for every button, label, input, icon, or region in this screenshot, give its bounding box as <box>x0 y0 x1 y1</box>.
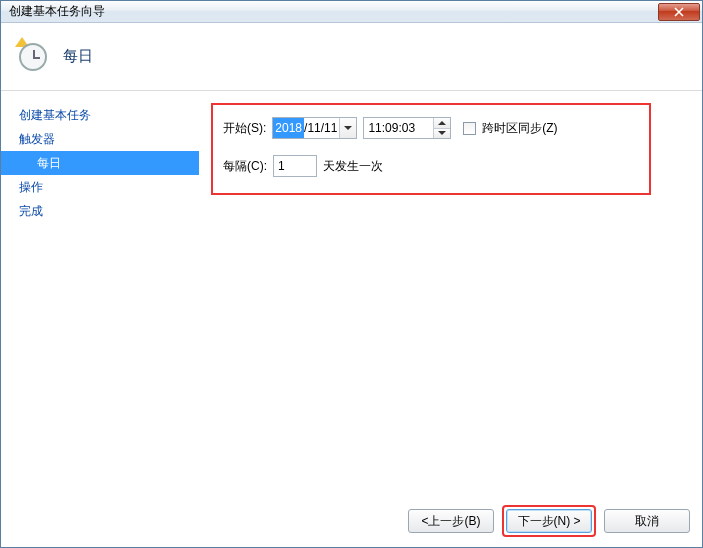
sidebar-item-daily[interactable]: 每日 <box>1 151 199 175</box>
next-button[interactable]: 下一步(N) > <box>506 509 592 533</box>
window-title: 创建基本任务向导 <box>9 3 656 20</box>
close-icon <box>674 7 684 17</box>
cancel-button[interactable]: 取消 <box>604 509 690 533</box>
date-year-selected: 2018 <box>273 118 304 138</box>
close-button[interactable] <box>658 3 700 21</box>
wizard-header: 每日 <box>1 23 702 91</box>
start-date-picker[interactable]: 2018/11/11 <box>272 117 357 139</box>
wizard-content: 开始(S): 2018/11/11 11:09:03 <box>199 91 702 503</box>
date-dropdown-button[interactable] <box>339 118 356 138</box>
start-row: 开始(S): 2018/11/11 11:09:03 <box>223 115 633 141</box>
time-spin-down[interactable] <box>434 128 450 139</box>
start-time-spinner[interactable]: 11:09:03 <box>363 117 451 139</box>
sidebar-item-finish[interactable]: 完成 <box>1 199 199 223</box>
start-label: 开始(S): <box>223 120 266 137</box>
recur-label: 每隔(C): <box>223 158 267 175</box>
time-value: 11:09:03 <box>364 118 433 138</box>
highlight-region: 开始(S): 2018/11/11 11:09:03 <box>211 103 651 195</box>
back-button[interactable]: <上一步(B) <box>408 509 494 533</box>
wizard-window: 创建基本任务向导 每日 创建基本任务 触发器 每日 操作 完成 开始(S): 2… <box>0 0 703 548</box>
sync-timezone-label: 跨时区同步(Z) <box>482 120 557 137</box>
chevron-down-icon <box>438 131 446 135</box>
recur-days-input[interactable]: 1 <box>273 155 317 177</box>
time-spin-up[interactable] <box>434 118 450 128</box>
chevron-down-icon <box>344 126 352 130</box>
sidebar-item-trigger[interactable]: 触发器 <box>1 127 199 151</box>
sidebar-item-create-task[interactable]: 创建基本任务 <box>1 103 199 127</box>
time-spin-buttons <box>433 118 450 138</box>
wizard-sidebar: 创建基本任务 触发器 每日 操作 完成 <box>1 91 199 503</box>
wizard-body: 创建基本任务 触发器 每日 操作 完成 开始(S): 2018/11/11 <box>1 91 702 503</box>
recur-suffix: 天发生一次 <box>323 158 383 175</box>
sync-timezone-checkbox[interactable] <box>463 122 476 135</box>
date-rest: /11/11 <box>304 118 339 138</box>
titlebar: 创建基本任务向导 <box>1 1 702 23</box>
chevron-up-icon <box>438 121 446 125</box>
next-button-highlight: 下一步(N) > <box>502 505 596 537</box>
page-title: 每日 <box>63 47 93 66</box>
sidebar-item-action[interactable]: 操作 <box>1 175 199 199</box>
clock-icon <box>17 41 49 73</box>
recur-row: 每隔(C): 1 天发生一次 <box>223 153 633 179</box>
wizard-footer: <上一步(B) 下一步(N) > 取消 <box>1 503 702 547</box>
